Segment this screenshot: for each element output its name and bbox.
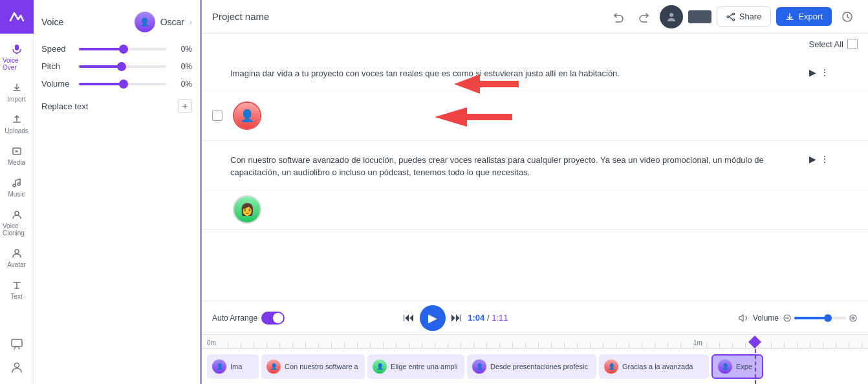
play-voiceover-2-button[interactable]: ▶ xyxy=(809,154,816,164)
volume-track[interactable] xyxy=(794,317,846,319)
toggle-knob xyxy=(273,313,283,323)
export-label: Export xyxy=(798,12,823,21)
sidebar-label-uploads: Uploads xyxy=(5,127,28,134)
sidebar-label-voice-over: Voice Over xyxy=(3,57,30,71)
skip-forward-button[interactable]: ⏭ xyxy=(451,311,462,325)
auto-arrange-label: Auto Arrange xyxy=(212,314,257,323)
svg-point-9 xyxy=(14,363,19,368)
zoom-in-icon xyxy=(849,314,858,323)
timeline-tracks: 👤 Ima 👤 Con nuestro software a 👤 Elige e… xyxy=(202,349,868,384)
undo-button[interactable] xyxy=(608,6,629,27)
voice-label: Voice xyxy=(41,17,129,27)
left-panel: Voice 👤 Oscar › Speed 0% Pitch 0% Volume… xyxy=(34,0,202,384)
speed-slider-track[interactable] xyxy=(79,48,166,50)
timeline-clip-6[interactable]: 👤 Expe xyxy=(711,354,763,379)
clip-label-6: Expe xyxy=(736,363,752,370)
sidebar-item-media[interactable]: Media xyxy=(0,141,33,170)
skip-back-button[interactable]: ⏮ xyxy=(403,311,415,325)
timeline-clip-3[interactable]: 👤 Elige entre una ampli xyxy=(367,354,464,379)
timeline-clip-5[interactable]: 👤 Gracias a la avanzada xyxy=(599,354,709,379)
voiceover-actions-1: ▶ ⋮ xyxy=(809,65,829,78)
history-button[interactable] xyxy=(837,6,858,27)
select-all-label: Select All xyxy=(809,39,843,49)
share-button[interactable]: Share xyxy=(717,6,772,27)
sidebar-item-import[interactable]: Import xyxy=(0,78,33,107)
export-button[interactable]: Export xyxy=(776,7,832,26)
add-replace-text-button[interactable]: + xyxy=(178,99,192,113)
sidebar-item-voice-cloning[interactable]: Voice Cloning xyxy=(0,204,33,240)
voiceover-avatar: 👤 xyxy=(233,101,261,130)
svg-rect-0 xyxy=(15,45,19,50)
timeline-clip-4[interactable]: 👤 Desde presentaciones profesic xyxy=(467,354,596,379)
sidebar-item-text[interactable]: Text xyxy=(0,275,33,304)
voiceover-block-avatar-2: 👩 xyxy=(202,190,868,229)
sidebar-item-voice-over[interactable]: Voice Over xyxy=(0,39,33,75)
volume-label: Volume xyxy=(753,314,779,323)
svg-point-6 xyxy=(15,211,19,215)
svg-point-5 xyxy=(17,183,20,186)
arrow-indicator-1 xyxy=(454,71,519,100)
more-options-2-button[interactable]: ⋮ xyxy=(820,154,829,164)
pitch-label: Pitch xyxy=(41,61,74,71)
import-icon xyxy=(10,81,23,94)
project-name: Project name xyxy=(212,11,600,22)
microphone-icon xyxy=(10,43,23,56)
profile-icon[interactable] xyxy=(10,361,23,376)
transport-controls: ⏮ ▶ ⏭ 1:04 / 1:11 xyxy=(403,305,508,331)
share-label: Share xyxy=(739,12,762,21)
svg-marker-15 xyxy=(454,74,480,94)
user-avatar-button[interactable] xyxy=(660,5,683,28)
media-icon xyxy=(10,145,23,158)
sidebar-label-text: Text xyxy=(10,293,22,300)
voiceover-actions-2: ▶ ⋮ xyxy=(809,151,829,164)
music-icon xyxy=(10,176,23,189)
content-area: Select All Imagina dar vida a tu proyect… xyxy=(202,34,868,301)
svg-rect-16 xyxy=(480,81,519,87)
auto-arrange-control: Auto Arrange xyxy=(212,312,285,325)
sidebar-label-music: Music xyxy=(8,191,25,198)
voiceover-block-1: Imagina dar vida a tu proyecto con voces… xyxy=(202,54,868,91)
volume-slider[interactable] xyxy=(783,314,858,323)
clip-avatar-4: 👤 xyxy=(472,359,486,374)
clip-label-5: Gracias a la avanzada xyxy=(622,363,693,370)
svg-point-13 xyxy=(727,16,729,17)
layout-toggle-button[interactable] xyxy=(688,10,711,23)
timeline-clip-1[interactable]: 👤 Ima xyxy=(207,354,259,379)
auto-arrange-toggle[interactable] xyxy=(261,312,285,325)
svg-point-12 xyxy=(732,19,734,21)
voiceover-avatar-2: 👩 xyxy=(233,195,261,224)
sidebar-item-uploads[interactable]: Uploads xyxy=(0,109,33,138)
clip-avatar-5: 👤 xyxy=(604,359,618,374)
zoom-out-icon xyxy=(783,314,792,323)
clip-label-1: Ima xyxy=(230,363,242,370)
clip-avatar-2: 👤 xyxy=(266,359,281,374)
app-logo[interactable] xyxy=(0,0,34,34)
time-current: 1:04 xyxy=(468,313,484,323)
timeline-clip-2[interactable]: 👤 Con nuestro software a xyxy=(261,354,365,379)
top-header: Project name Share Export xyxy=(202,0,868,34)
volume-slider-track[interactable] xyxy=(79,83,166,85)
chat-icon[interactable] xyxy=(10,337,23,353)
voice-row[interactable]: Voice 👤 Oscar › xyxy=(41,8,192,36)
more-options-1-button[interactable]: ⋮ xyxy=(820,67,829,78)
redo-button[interactable] xyxy=(634,6,655,27)
play-pause-button[interactable]: ▶ xyxy=(420,305,446,331)
voice-cloning-icon xyxy=(10,208,23,221)
pitch-slider-track[interactable] xyxy=(79,65,166,68)
svg-point-7 xyxy=(15,250,19,253)
select-all-checkbox[interactable] xyxy=(847,39,858,49)
play-voiceover-1-button[interactable]: ▶ xyxy=(809,67,816,78)
svg-marker-17 xyxy=(435,107,467,127)
speed-value: 0% xyxy=(171,45,192,54)
voiceover-checkbox-avatar[interactable] xyxy=(212,111,222,121)
header-actions: Share Export xyxy=(608,5,858,28)
select-all-row: Select All xyxy=(202,34,868,54)
volume-control: Volume xyxy=(737,312,858,324)
svg-point-11 xyxy=(732,13,734,15)
sidebar-item-music[interactable]: Music xyxy=(0,173,33,202)
clip-avatar-6: 👤 xyxy=(718,359,732,374)
sidebar-item-avatar[interactable]: Avatar xyxy=(0,243,33,272)
voiceover-block-2: Con nuestro software avanzado de locució… xyxy=(202,141,868,190)
speed-label: Speed xyxy=(41,44,74,54)
sidebar-label-media: Media xyxy=(8,159,25,166)
